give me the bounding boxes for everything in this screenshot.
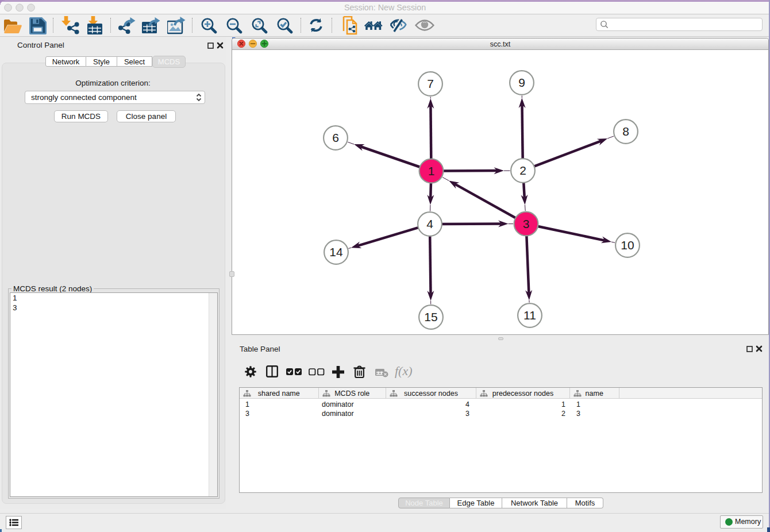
svg-text:7: 7: [427, 77, 434, 90]
svg-text:14: 14: [329, 245, 343, 259]
svg-text:4: 4: [426, 217, 433, 230]
svg-text:6: 6: [332, 131, 339, 144]
svg-text:1: 1: [428, 164, 435, 178]
svg-text:f(x): f(x): [395, 364, 413, 378]
svg-text:15: 15: [424, 310, 437, 323]
svg-text:9: 9: [518, 76, 525, 89]
svg-text:8: 8: [622, 125, 629, 138]
svg-text:2: 2: [519, 164, 526, 177]
svg-text:3: 3: [523, 217, 530, 230]
svg-text:10: 10: [621, 238, 634, 252]
svg-text:11: 11: [523, 309, 536, 322]
